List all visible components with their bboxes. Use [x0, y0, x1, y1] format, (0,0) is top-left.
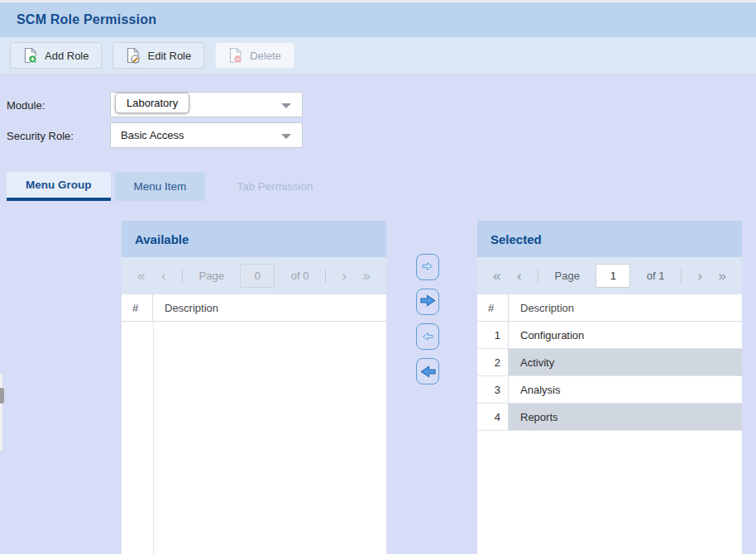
next-page-icon[interactable]: › [342, 269, 347, 283]
prev-page-icon[interactable]: ‹ [517, 269, 522, 283]
table-row[interactable]: 3 Analysis [477, 376, 742, 404]
grid-column-divider [153, 322, 154, 554]
row-number: 1 [477, 322, 509, 348]
arrow-left-icon [422, 332, 433, 341]
pager-separator [182, 270, 183, 283]
page-number-input[interactable] [240, 264, 275, 288]
page-of-label: of 0 [291, 270, 309, 282]
page-label: Page [555, 270, 580, 282]
page-number-input[interactable] [596, 264, 630, 288]
tab-menu-item[interactable]: Menu Item [115, 172, 206, 201]
table-row[interactable]: 2 Activity [477, 349, 742, 376]
column-header-number[interactable]: # [477, 294, 509, 321]
row-description: Reports [509, 404, 742, 430]
column-header-description[interactable]: Description [153, 294, 386, 321]
security-role-value: Basic Access [121, 129, 184, 141]
add-role-label: Add Role [45, 50, 89, 62]
available-panel: Available « ‹ Page of 0 › » # Descriptio… [122, 221, 386, 554]
selected-grid: # Description 1 Configuration 2 Activity… [477, 294, 742, 554]
delete-label: Delete [250, 50, 281, 62]
next-page-icon[interactable]: › [697, 269, 702, 283]
arrow-right-all-icon [420, 294, 436, 309]
row-description: Analysis [509, 376, 742, 403]
prev-page-icon[interactable]: ‹ [161, 269, 166, 283]
edit-role-icon [126, 47, 140, 64]
splitter-collapse-handle[interactable] [0, 388, 4, 404]
add-role-button[interactable]: Add Role [10, 42, 102, 69]
selected-pager: « ‹ Page of 1 › » [477, 257, 742, 294]
column-header-description[interactable]: Description [509, 294, 742, 321]
available-title: Available [135, 232, 189, 246]
page-of-label: of 1 [647, 270, 665, 282]
row-description: Configuration [509, 322, 742, 348]
row-number: 4 [477, 404, 509, 430]
titlebar: SCM Role Permission [0, 2, 756, 37]
pager-separator [681, 270, 682, 283]
delete-button[interactable]: Delete [215, 42, 294, 69]
tab-menu-group-label: Menu Group [26, 179, 92, 191]
selected-title: Selected [490, 232, 542, 246]
available-grid-header: # Description [122, 294, 386, 322]
available-panel-header: Available [122, 221, 386, 257]
last-page-icon[interactable]: » [363, 269, 371, 283]
table-row[interactable]: 1 Configuration [477, 322, 742, 349]
page-title: SCM Role Permission [17, 12, 156, 27]
add-role-icon [23, 47, 37, 64]
arrow-right-icon [422, 261, 433, 274]
first-page-icon[interactable]: « [137, 269, 145, 283]
selected-grid-header: # Description [477, 294, 742, 322]
edit-role-label: Edit Role [147, 50, 191, 62]
transfer-controls [416, 254, 439, 384]
available-grid: # Description [122, 294, 386, 554]
chevron-down-icon [281, 134, 291, 139]
page-label: Page [199, 270, 224, 282]
tab-menu-group[interactable]: Menu Group [7, 172, 111, 201]
table-row[interactable]: 4 Reports [477, 404, 742, 431]
chevron-down-icon [281, 103, 291, 108]
splitter-track [0, 374, 2, 451]
module-value-tooltip: Laboratory [115, 93, 189, 113]
tab-bar: Menu Group Menu Item Tab Permission [7, 172, 333, 201]
delete-icon [228, 47, 242, 64]
last-page-icon[interactable]: » [719, 269, 726, 283]
pager-separator [325, 270, 326, 283]
selected-panel: Selected « ‹ Page of 1 › » # Description… [477, 221, 742, 554]
pager-separator [538, 270, 538, 283]
arrow-left-all-icon [420, 365, 436, 378]
column-header-number[interactable]: # [122, 294, 153, 321]
first-page-icon[interactable]: « [493, 269, 500, 283]
tab-tab-permission-label: Tab Permission [237, 180, 313, 193]
move-all-right-button[interactable] [416, 289, 439, 315]
available-pager: « ‹ Page of 0 › » [122, 257, 386, 294]
move-all-left-button[interactable] [416, 358, 439, 384]
toolbar: Add Role Edit Role Delete [0, 37, 756, 74]
selected-panel-header: Selected [477, 221, 742, 257]
tab-tab-permission[interactable]: Tab Permission [218, 172, 332, 201]
tab-menu-item-label: Menu Item [134, 180, 187, 193]
module-label: Module: [7, 99, 45, 112]
row-number: 2 [477, 349, 509, 375]
row-number: 3 [477, 376, 509, 403]
row-description: Activity [509, 349, 742, 375]
move-selected-right-button[interactable] [416, 254, 439, 280]
move-selected-left-button[interactable] [416, 323, 439, 350]
security-role-dropdown[interactable]: Basic Access [110, 122, 303, 148]
security-role-label: Security Role: [7, 130, 74, 142]
edit-role-button[interactable]: Edit Role [112, 42, 204, 69]
